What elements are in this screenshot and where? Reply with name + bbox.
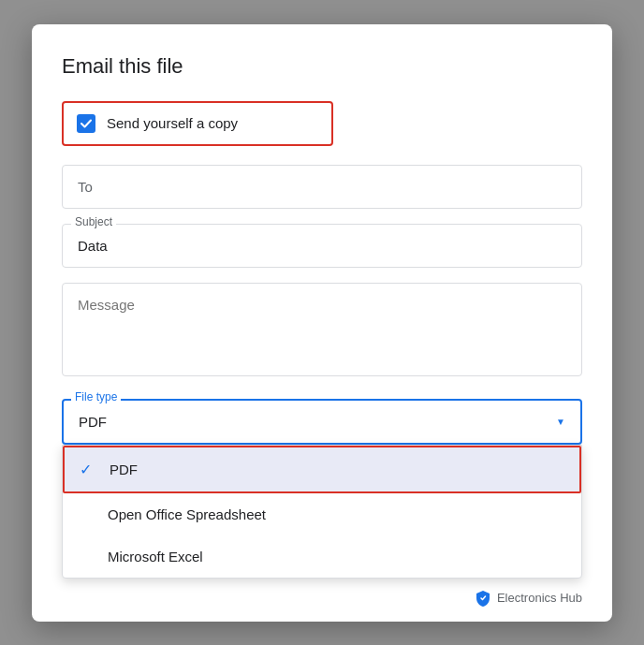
message-input[interactable] xyxy=(62,283,582,376)
dropdown-item-pdf[interactable]: ✓ PDF xyxy=(63,446,581,493)
dropdown-item-pdf-label: PDF xyxy=(110,462,138,477)
file-type-selected-value: PDF xyxy=(79,414,107,430)
dropdown-item-xlsx-label: Microsoft Excel xyxy=(108,549,203,564)
footer-watermark: Electronics Hub xyxy=(62,579,582,622)
check-icon: ✓ xyxy=(80,461,98,478)
watermark-logo: Electronics Hub xyxy=(475,590,582,607)
send-copy-checkbox[interactable] xyxy=(77,114,95,133)
dialog-title: Email this file xyxy=(62,54,582,79)
file-type-select[interactable]: PDF ▼ xyxy=(62,399,582,445)
dropdown-item-xlsx[interactable]: Microsoft Excel xyxy=(63,535,581,578)
to-input[interactable] xyxy=(62,165,582,209)
subject-input[interactable] xyxy=(62,224,582,268)
file-type-wrapper: File type PDF ▼ ✓ PDF Open Office Spread… xyxy=(62,399,582,579)
chevron-down-icon: ▼ xyxy=(556,417,565,427)
send-copy-checkbox-row[interactable]: Send yourself a copy xyxy=(62,101,333,146)
watermark-text: Electronics Hub xyxy=(497,591,582,605)
file-type-label: File type xyxy=(71,390,121,403)
file-type-dropdown: ✓ PDF Open Office Spreadsheet Microsoft … xyxy=(62,445,582,579)
email-file-dialog: Email this file Send yourself a copy Sub… xyxy=(32,24,612,622)
dropdown-item-ods[interactable]: Open Office Spreadsheet xyxy=(63,493,581,535)
send-copy-label: Send yourself a copy xyxy=(107,115,238,131)
dropdown-item-ods-label: Open Office Spreadsheet xyxy=(108,506,266,522)
subject-wrapper: Subject xyxy=(62,224,582,268)
shield-icon xyxy=(475,590,491,607)
subject-label: Subject xyxy=(71,215,116,228)
